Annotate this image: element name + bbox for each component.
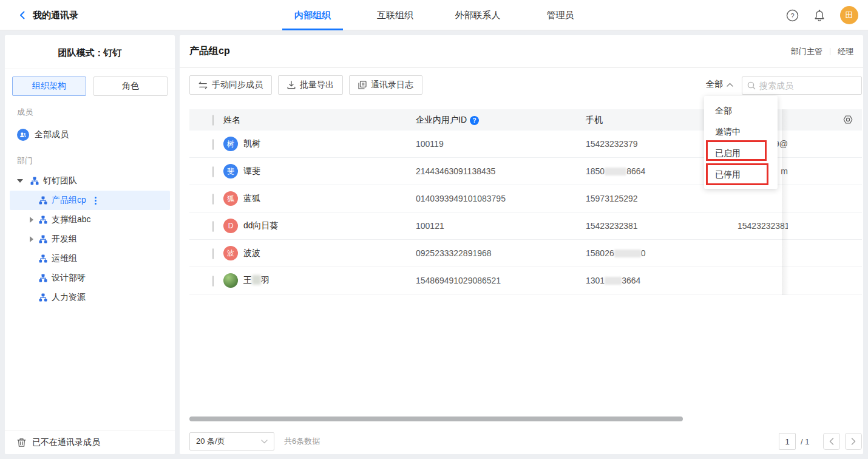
table-row[interactable]: 狐 蓝狐 0140393949101083795 15973125292 bbox=[189, 185, 862, 212]
total-count-label: 共6条数据 bbox=[284, 432, 320, 450]
tree-item-label: 运维组 bbox=[52, 253, 77, 264]
search-input[interactable] bbox=[759, 81, 868, 90]
member-phone: 1580260 bbox=[586, 248, 646, 258]
department-section-label: 部门 bbox=[5, 155, 175, 166]
chevron-down-icon bbox=[261, 440, 268, 444]
department-icon bbox=[39, 196, 47, 205]
tab-admin[interactable]: 管理员 bbox=[519, 0, 602, 30]
column-settings-gear-icon[interactable] bbox=[843, 114, 853, 127]
download-icon bbox=[287, 81, 296, 89]
member-name: 波波 bbox=[243, 248, 260, 259]
row-checkbox[interactable] bbox=[212, 276, 214, 287]
department-icon bbox=[39, 216, 47, 224]
table-row[interactable]: 波 波波 0925233322891968 1580260 bbox=[189, 240, 862, 267]
member-avatar: 狐 bbox=[223, 191, 238, 206]
org-structure-button[interactable]: 组织架构 bbox=[12, 76, 86, 96]
department-title: 产品组cp bbox=[189, 45, 230, 58]
prev-page-button[interactable] bbox=[823, 433, 840, 450]
department-icon bbox=[39, 293, 47, 302]
back-button[interactable]: 我的通讯录 bbox=[18, 0, 78, 30]
member-user-id: 0925233322891968 bbox=[416, 248, 492, 258]
department-icon bbox=[39, 235, 47, 243]
dept-manager-link[interactable]: 部门主管 bbox=[791, 46, 822, 57]
caret-right-icon[interactable] bbox=[29, 217, 35, 223]
chevron-left-icon bbox=[18, 11, 27, 19]
sidebar-item-all-members[interactable]: 全部成员 bbox=[5, 125, 175, 144]
manager-link[interactable]: 经理 bbox=[838, 46, 853, 57]
more-actions-icon[interactable] bbox=[95, 197, 97, 205]
row-checkbox[interactable] bbox=[212, 248, 214, 259]
divider bbox=[830, 48, 830, 55]
help-icon[interactable]: ? bbox=[786, 9, 799, 22]
page-number-input[interactable] bbox=[779, 433, 796, 450]
row-checkbox[interactable] bbox=[212, 166, 214, 177]
tree-item-label: 产品组cp bbox=[52, 195, 86, 206]
tree-item-hr[interactable]: 人力资源 bbox=[10, 288, 170, 307]
member-search bbox=[742, 76, 862, 95]
page-size-select[interactable]: 20 条/页 bbox=[189, 432, 274, 450]
sidebar: 团队模式：钉钉 组织架构 角色 成员 全部成员 部门 钉钉团队 产品组cp bbox=[5, 35, 175, 454]
tab-internal-org[interactable]: 内部组织 bbox=[271, 0, 354, 30]
caret-right-icon[interactable] bbox=[29, 236, 35, 242]
row-checkbox[interactable] bbox=[212, 194, 214, 205]
tree-item-dev-group[interactable]: 开发组 bbox=[10, 229, 170, 249]
column-name: 姓名 bbox=[223, 115, 240, 126]
tree-item-label: 人力资源 bbox=[52, 292, 86, 303]
menu-item-inviting[interactable]: 邀请中 bbox=[704, 121, 778, 143]
member-avatar: D bbox=[223, 219, 238, 233]
search-icon bbox=[747, 81, 756, 90]
svg-text:?: ? bbox=[790, 12, 794, 19]
tree-item-product-group[interactable]: 产品组cp bbox=[10, 191, 170, 210]
member-user-id: 0140393949101083795 bbox=[416, 194, 506, 203]
role-button[interactable]: 角色 bbox=[93, 76, 168, 96]
tab-external-contacts[interactable]: 外部联系人 bbox=[436, 0, 519, 30]
member-phone: 15423232379 bbox=[586, 139, 638, 149]
tree-item-ops-group[interactable]: 运维组 bbox=[10, 249, 170, 268]
trash-icon bbox=[17, 438, 26, 447]
member-phone: 18508664 bbox=[586, 166, 645, 176]
page-title: 我的通讯录 bbox=[33, 10, 78, 21]
select-all-checkbox[interactable] bbox=[212, 115, 214, 126]
menu-item-disabled[interactable]: 已停用 bbox=[704, 164, 778, 185]
member-email-clipped: 15423232381@ bbox=[737, 221, 788, 231]
tree-item-design-dept[interactable]: 设计部呀 bbox=[10, 268, 170, 288]
member-avatar: 斐 bbox=[223, 164, 238, 178]
masked-digits bbox=[614, 250, 641, 257]
manual-sync-button[interactable]: 手动同步成员 bbox=[189, 75, 272, 95]
department-icon bbox=[39, 274, 47, 282]
topbar: 我的通讯录 内部组织 互联组织 外部联系人 管理员 ? 田 bbox=[0, 0, 868, 30]
member-name: 蓝狐 bbox=[243, 193, 260, 204]
tree-item-support-group[interactable]: 支撑组abc bbox=[10, 210, 170, 229]
menu-item-enabled[interactable]: 已启用 bbox=[704, 143, 778, 164]
contact-log-button[interactable]: 通讯录日志 bbox=[349, 75, 422, 95]
all-members-label: 全部成员 bbox=[35, 129, 69, 140]
horizontal-scrollbar[interactable] bbox=[189, 416, 683, 421]
row-checkbox[interactable] bbox=[212, 139, 214, 150]
caret-down-icon[interactable] bbox=[17, 178, 23, 184]
bell-icon[interactable] bbox=[813, 9, 826, 22]
row-checkbox[interactable] bbox=[212, 221, 214, 232]
table-row[interactable]: D dd向日葵 100121 15423232381 15423232381@ bbox=[189, 212, 862, 240]
batch-export-button[interactable]: 批量导出 bbox=[278, 75, 343, 95]
menu-item-all[interactable]: 全部 bbox=[704, 100, 778, 121]
tree-item-label: 设计部呀 bbox=[52, 273, 86, 284]
masked-digits bbox=[605, 277, 622, 285]
table-row[interactable]: 王羽 154869491029086521 13013664 bbox=[189, 267, 862, 294]
status-filter-value: 全部 bbox=[706, 79, 723, 90]
status-filter-dropdown[interactable]: 全部 bbox=[706, 79, 733, 90]
tree-item-dingtalk-team[interactable]: 钉钉团队 bbox=[10, 171, 170, 191]
department-icon bbox=[39, 254, 47, 263]
member-name: dd向日葵 bbox=[243, 220, 279, 231]
page-total-label: / 1 bbox=[801, 433, 809, 450]
tab-connected-org[interactable]: 互联组织 bbox=[354, 0, 436, 30]
column-phone: 手机 bbox=[586, 115, 603, 126]
department-tree: 钉钉团队 产品组cp 支撑组abc 开发组 运 bbox=[5, 171, 175, 307]
member-name: 谭斐 bbox=[243, 166, 260, 177]
help-question-icon[interactable]: ? bbox=[470, 116, 479, 125]
removed-members-entry[interactable]: 已不在通讯录成员 bbox=[5, 430, 175, 454]
member-user-id: 100121 bbox=[416, 221, 444, 231]
next-page-button[interactable] bbox=[845, 433, 862, 450]
status-filter-menu: 全部 邀请中 已启用 已停用 bbox=[704, 96, 778, 189]
user-avatar[interactable]: 田 bbox=[840, 6, 858, 24]
member-user-id: 100119 bbox=[416, 139, 444, 149]
